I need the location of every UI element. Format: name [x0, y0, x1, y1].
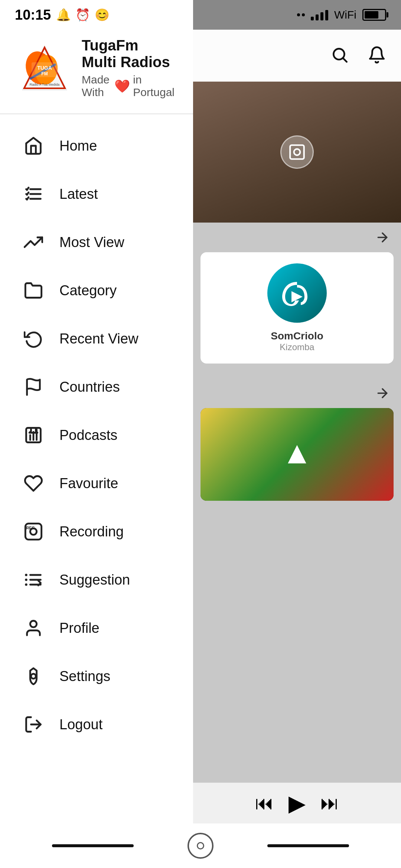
svg-line-1 [343, 59, 347, 62]
signal-bars-icon [311, 9, 328, 20]
signal-dots-icon [297, 13, 305, 16]
sidebar-item-podcasts[interactable]: Podcasts [0, 411, 193, 459]
app-title-group: TugaFm Multi Radios Made With ❤️ in Port… [82, 37, 175, 99]
sidebar-item-recording[interactable]: REC Recording [0, 507, 193, 556]
flag-icon [22, 376, 45, 398]
search-button[interactable] [330, 46, 349, 66]
favourite-label: Favourite [59, 476, 118, 491]
logout-label: Logout [59, 717, 102, 733]
svg-text:Radio A Tua Medida: Radio A Tua Medida [30, 83, 60, 86]
svg-rect-2 [290, 145, 304, 159]
suggestion-icon [22, 569, 45, 591]
status-bar-right: WiFi 72 [297, 9, 386, 21]
home-label: Home [59, 138, 97, 154]
svg-text:REC: REC [26, 526, 35, 530]
podcast-icon [22, 424, 45, 446]
content-area: SomCriolo Kizomba [193, 82, 401, 823]
sidebar-item-latest[interactable]: Latest [0, 170, 193, 218]
menu-list: Home Latest [0, 114, 193, 868]
radio-station-name: SomCriolo [271, 330, 323, 342]
settings-icon [22, 665, 45, 687]
play-button[interactable]: ▶ [288, 790, 306, 816]
bottom-navigation [0, 823, 401, 868]
countries-label: Countries [59, 379, 120, 395]
see-more-arrow-2[interactable] [193, 378, 401, 408]
next-button[interactable]: ⏭ [320, 792, 339, 814]
radio-card[interactable]: SomCriolo Kizomba [200, 252, 394, 364]
radio-station-genre: Kizomba [280, 342, 314, 352]
sidebar-item-logout[interactable]: Logout [0, 700, 193, 749]
nav-home-button[interactable] [188, 833, 213, 859]
wifi-icon: WiFi [334, 9, 356, 21]
notification-icon: 🔔 [56, 8, 71, 22]
bottom-player: ⏮ ▶ ⏭ [193, 783, 401, 823]
folder-icon [22, 279, 45, 302]
notification-button[interactable] [368, 46, 386, 66]
app-title: TugaFm Multi Radios [82, 37, 175, 70]
recent-view-label: Recent View [59, 331, 138, 347]
svg-point-3 [294, 149, 300, 155]
radio-cards-2 [193, 408, 401, 501]
sidebar-item-settings[interactable]: Settings [0, 652, 193, 700]
home-icon [22, 135, 45, 157]
sidebar-item-category[interactable]: Category [0, 266, 193, 315]
most-view-label: Most View [59, 234, 124, 250]
sidebar-item-suggestion[interactable]: Suggestion [0, 556, 193, 604]
status-icons: 🔔 ⏰ 😊 [56, 8, 110, 22]
nav-line-left [52, 844, 134, 847]
sidebar-item-countries[interactable]: Countries [0, 363, 193, 411]
alarm-icon: ⏰ [75, 8, 90, 22]
featured-play-button[interactable] [280, 135, 314, 169]
svg-point-37 [31, 674, 36, 679]
status-bar-left: 10:15 🔔 ⏰ 😊 [15, 7, 110, 23]
latest-icon [22, 183, 45, 205]
profile-icon [22, 617, 45, 639]
category-label: Category [59, 283, 117, 299]
previous-button[interactable]: ⏮ [255, 792, 274, 814]
reggae-card[interactable] [200, 408, 394, 501]
battery-icon: 72 [362, 9, 386, 21]
heart-outline-icon [22, 472, 45, 494]
svg-text:TUGA: TUGA [37, 65, 52, 71]
podcasts-label: Podcasts [59, 427, 117, 443]
sidebar-item-profile[interactable]: Profile [0, 604, 193, 652]
radio-logo [267, 263, 327, 323]
latest-label: Latest [59, 186, 98, 202]
trending-icon [22, 231, 45, 253]
top-right-actions [193, 30, 401, 82]
logout-icon [22, 713, 45, 736]
nav-home-inner [197, 842, 204, 849]
sidebar-item-favourite[interactable]: Favourite [0, 459, 193, 507]
profile-label: Profile [59, 620, 100, 636]
sidebar-item-home[interactable]: Home [0, 122, 193, 170]
see-more-arrow[interactable] [193, 223, 401, 252]
sidebar-item-most-view[interactable]: Most View [0, 218, 193, 266]
radio-cards: SomCriolo Kizomba [193, 252, 401, 364]
nav-line-right [267, 844, 349, 847]
recording-label: Recording [59, 524, 124, 540]
status-time: 10:15 [15, 7, 51, 23]
avatar-status-icon: 😊 [95, 8, 110, 22]
suggestion-label: Suggestion [59, 572, 130, 588]
app-logo: TUGA FM Radio A Tua Medida [19, 42, 71, 94]
status-bar: 10:15 🔔 ⏰ 😊 WiFi 72 [0, 0, 401, 30]
heart-icon: ❤️ [114, 79, 130, 93]
clock-icon [22, 328, 45, 350]
record-icon: REC [22, 520, 45, 543]
settings-label: Settings [59, 668, 110, 684]
svg-point-36 [30, 621, 36, 627]
svg-line-35 [38, 581, 41, 583]
navigation-drawer: TUGA FM Radio A Tua Medida TugaFm Multi … [0, 0, 193, 868]
sidebar-item-recent-view[interactable]: Recent View [0, 315, 193, 363]
featured-image [193, 82, 401, 223]
svg-text:FM: FM [41, 71, 48, 76]
app-subtitle: Made With ❤️ in Portugal [82, 73, 175, 99]
svg-marker-7 [288, 446, 306, 463]
